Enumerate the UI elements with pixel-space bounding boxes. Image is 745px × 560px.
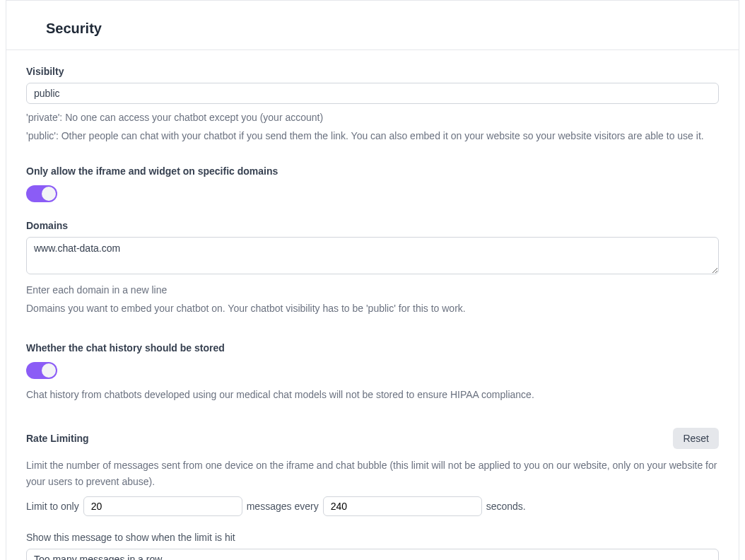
visibility-section: Visibilty 'private': No one can access y…	[26, 66, 719, 144]
domains-label: Domains	[26, 220, 719, 231]
history-help: Chat history from chatbots developed usi…	[26, 387, 719, 402]
rate-section: Rate Limiting Reset Limit the number of …	[26, 428, 719, 560]
rate-inline-row: Limit to only messages every seconds.	[26, 496, 719, 516]
header: Security	[6, 1, 739, 50]
toggle-knob	[42, 363, 56, 378]
limit-msg-input[interactable]	[26, 549, 719, 560]
domains-section: Domains Enter each domain in a new line …	[26, 220, 719, 317]
domains-help-2: Domains you want to embed your chatbot o…	[26, 301, 719, 316]
visibility-help-private: 'private': No one can access your chatbo…	[26, 110, 719, 125]
rate-header-row: Rate Limiting Reset	[26, 428, 719, 449]
limit-prefix: Limit to only	[26, 501, 79, 512]
limit-suffix: seconds.	[486, 501, 526, 512]
history-label: Whether the chat history should be store…	[26, 342, 719, 354]
toggle-knob	[42, 187, 56, 201]
visibility-label: Visibilty	[26, 66, 719, 77]
iframe-label: Only allow the iframe and widget on spec…	[26, 165, 719, 177]
visibility-help: 'private': No one can access your chatbo…	[26, 110, 719, 144]
rate-desc: Limit the number of messages sent from o…	[26, 457, 719, 489]
history-toggle[interactable]	[26, 362, 57, 379]
limit-count-input[interactable]	[83, 496, 242, 516]
rate-label: Rate Limiting	[26, 433, 89, 444]
visibility-select[interactable]	[26, 83, 719, 104]
visibility-help-public: 'public': Other people can chat with you…	[26, 128, 719, 144]
domains-help: Enter each domain in a new line Domains …	[26, 282, 719, 317]
security-panel: Security Visibilty 'private': No one can…	[6, 0, 739, 560]
limit-msg-label: Show this message to show when the limit…	[26, 532, 719, 543]
rate-desc-text: Limit the number of messages sent from o…	[26, 457, 719, 489]
history-help-text: Chat history from chatbots developed usi…	[26, 387, 719, 402]
limit-seconds-input[interactable]	[323, 496, 482, 516]
reset-button[interactable]: Reset	[673, 428, 719, 449]
content: Visibilty 'private': No one can access y…	[6, 50, 739, 560]
iframe-section: Only allow the iframe and widget on spec…	[26, 165, 719, 204]
domains-textarea[interactable]	[26, 237, 719, 274]
limit-mid: messages every	[247, 501, 319, 512]
iframe-toggle[interactable]	[26, 185, 57, 202]
page-title: Security	[46, 21, 719, 37]
domains-help-1: Enter each domain in a new line	[26, 282, 719, 298]
history-section: Whether the chat history should be store…	[26, 342, 719, 402]
